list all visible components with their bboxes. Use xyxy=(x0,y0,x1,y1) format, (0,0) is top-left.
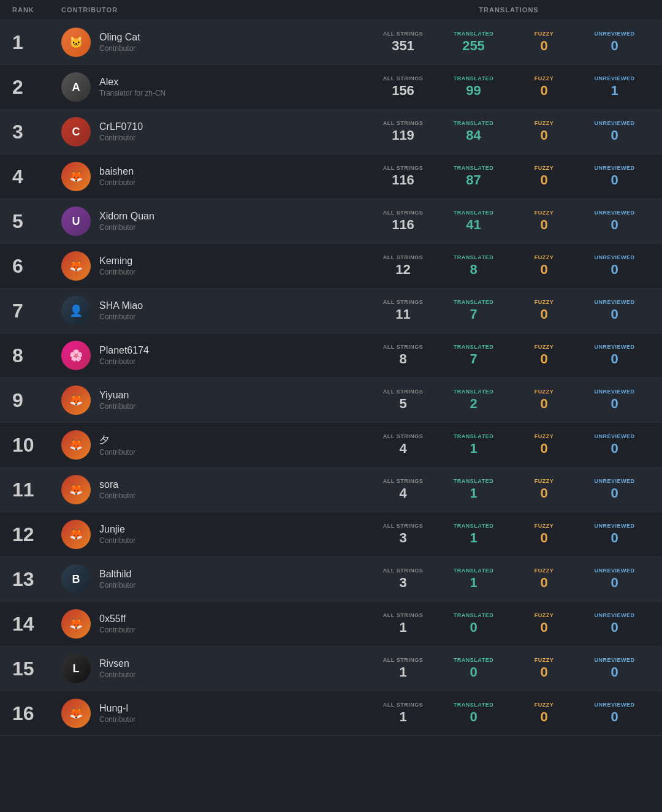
rank-number: 9 xyxy=(12,389,61,412)
contributor-name: sora xyxy=(99,479,368,490)
all-strings-stat: ALL STRINGS 1 xyxy=(376,657,431,680)
unreviewed-value: 0 xyxy=(587,709,642,725)
translated-label: TRANSLATED xyxy=(446,433,501,439)
fuzzy-stat: FUZZY 0 xyxy=(517,344,572,367)
fuzzy-label: FUZZY xyxy=(517,612,572,618)
unreviewed-stat: UNREVIEWED 0 xyxy=(587,210,642,233)
translated-value: 84 xyxy=(446,127,501,143)
all-strings-value: 116 xyxy=(376,217,431,233)
stats-block: ALL STRINGS 1 TRANSLATED 0 FUZZY 0 UNREV… xyxy=(368,657,650,680)
fuzzy-value: 0 xyxy=(517,83,572,99)
table-row[interactable]: 8 🌸 Planet6174 Contributor ALL STRINGS 8… xyxy=(0,333,662,378)
fuzzy-value: 0 xyxy=(517,38,572,54)
stats-block: ALL STRINGS 3 TRANSLATED 1 FUZZY 0 UNREV… xyxy=(368,567,650,591)
stats-block: ALL STRINGS 1 TRANSLATED 0 FUZZY 0 UNREV… xyxy=(368,612,650,636)
stats-block: ALL STRINGS 3 TRANSLATED 1 FUZZY 0 UNREV… xyxy=(368,523,650,546)
rank-number: 5 xyxy=(12,210,61,233)
unreviewed-label: UNREVIEWED xyxy=(587,210,642,216)
avatar: 🌸 xyxy=(61,341,91,370)
table-row[interactable]: 3 C CrLF0710 Contributor ALL STRINGS 119… xyxy=(0,110,662,154)
table-row[interactable]: 10 🦊 夕 Contributor ALL STRINGS 4 TRANSLA… xyxy=(0,423,662,468)
contributor-role: Contributor xyxy=(99,402,368,411)
fuzzy-stat: FUZZY 0 xyxy=(517,210,572,233)
contributor-info: Yiyuan Contributor xyxy=(99,390,368,411)
contributor-role: Contributor xyxy=(99,491,368,500)
contributor-name: 夕 xyxy=(99,434,368,447)
all-strings-value: 351 xyxy=(376,38,431,54)
fuzzy-stat: FUZZY 0 xyxy=(517,478,572,501)
unreviewed-value: 1 xyxy=(587,83,642,99)
all-strings-value: 3 xyxy=(376,575,431,591)
contributor-name: Rivsen xyxy=(99,658,368,669)
all-strings-value: 4 xyxy=(376,441,431,457)
table-row[interactable]: 6 🦊 Keming Contributor ALL STRINGS 12 TR… xyxy=(0,244,662,289)
all-strings-value: 5 xyxy=(376,396,431,412)
contributor-role: Contributor xyxy=(99,536,368,545)
contributor-role: Contributor xyxy=(99,313,368,321)
all-strings-value: 4 xyxy=(376,485,431,501)
table-row[interactable]: 5 U Xidorn Quan Contributor ALL STRINGS … xyxy=(0,199,662,244)
table-row[interactable]: 7 👤 SHA Miao Contributor ALL STRINGS 11 … xyxy=(0,289,662,333)
avatar: B xyxy=(61,564,91,594)
all-strings-stat: ALL STRINGS 5 xyxy=(376,389,431,412)
stats-block: ALL STRINGS 351 TRANSLATED 255 FUZZY 0 U… xyxy=(368,31,650,54)
all-strings-value: 119 xyxy=(376,127,431,143)
all-strings-label: ALL STRINGS xyxy=(376,165,431,171)
unreviewed-stat: UNREVIEWED 0 xyxy=(587,389,642,412)
unreviewed-label: UNREVIEWED xyxy=(587,299,642,305)
table-row[interactable]: 9 🦊 Yiyuan Contributor ALL STRINGS 5 TRA… xyxy=(0,378,662,423)
fuzzy-label: FUZZY xyxy=(517,254,572,260)
unreviewed-stat: UNREVIEWED 0 xyxy=(587,120,642,143)
unreviewed-value: 0 xyxy=(587,485,642,501)
table-row[interactable]: 12 🦊 Junjie Contributor ALL STRINGS 3 TR… xyxy=(0,512,662,557)
fuzzy-stat: FUZZY 0 xyxy=(517,433,572,457)
table-row[interactable]: 1 🐱 Oling Cat Contributor ALL STRINGS 35… xyxy=(0,20,662,65)
contributor-name: Yiyuan xyxy=(99,390,368,401)
unreviewed-label: UNREVIEWED xyxy=(587,254,642,260)
unreviewed-value: 0 xyxy=(587,351,642,367)
stats-block: ALL STRINGS 8 TRANSLATED 7 FUZZY 0 UNREV… xyxy=(368,344,650,367)
unreviewed-label: UNREVIEWED xyxy=(587,612,642,618)
translated-stat: TRANSLATED 41 xyxy=(446,210,501,233)
translated-value: 1 xyxy=(446,485,501,501)
contributor-role: Contributor xyxy=(99,178,368,187)
fuzzy-stat: FUZZY 0 xyxy=(517,254,572,278)
unreviewed-stat: UNREVIEWED 0 xyxy=(587,478,642,501)
unreviewed-label: UNREVIEWED xyxy=(587,120,642,126)
translated-label: TRANSLATED xyxy=(446,612,501,618)
unreviewed-value: 0 xyxy=(587,127,642,143)
fuzzy-value: 0 xyxy=(517,217,572,233)
table-row[interactable]: 14 🦊 0x55ff Contributor ALL STRINGS 1 TR… xyxy=(0,602,662,647)
avatar: 🦊 xyxy=(61,162,91,191)
fuzzy-stat: FUZZY 0 xyxy=(517,299,572,322)
all-strings-value: 1 xyxy=(376,664,431,680)
table-row[interactable]: 4 🦊 baishen Contributor ALL STRINGS 116 … xyxy=(0,154,662,199)
avatar: A xyxy=(61,72,91,102)
rank-number: 1 xyxy=(12,31,61,54)
translated-label: TRANSLATED xyxy=(446,31,501,37)
contributor-name: baishen xyxy=(99,166,368,177)
table-row[interactable]: 16 🦊 Hung-l Contributor ALL STRINGS 1 TR… xyxy=(0,691,662,736)
table-row[interactable]: 15 L Rivsen Contributor ALL STRINGS 1 TR… xyxy=(0,647,662,691)
all-strings-label: ALL STRINGS xyxy=(376,478,431,484)
fuzzy-stat: FUZZY 0 xyxy=(517,120,572,143)
table-row[interactable]: 13 B Balthild Contributor ALL STRINGS 3 … xyxy=(0,557,662,602)
translated-stat: TRANSLATED 87 xyxy=(446,165,501,188)
unreviewed-stat: UNREVIEWED 0 xyxy=(587,523,642,546)
fuzzy-label: FUZZY xyxy=(517,299,572,305)
avatar: 🦊 xyxy=(61,385,91,415)
translated-label: TRANSLATED xyxy=(446,478,501,484)
table-row[interactable]: 2 A Alex Translator for zh-CN ALL STRING… xyxy=(0,65,662,110)
all-strings-stat: ALL STRINGS 4 xyxy=(376,478,431,501)
rank-number: 6 xyxy=(12,255,61,278)
stats-block: ALL STRINGS 1 TRANSLATED 0 FUZZY 0 UNREV… xyxy=(368,702,650,725)
table-row[interactable]: 11 🦊 sora Contributor ALL STRINGS 4 TRAN… xyxy=(0,468,662,512)
all-strings-label: ALL STRINGS xyxy=(376,75,431,82)
contributor-role: Contributor xyxy=(99,357,368,366)
contributor-name: Balthild xyxy=(99,569,368,580)
translated-value: 1 xyxy=(446,575,501,591)
fuzzy-label: FUZZY xyxy=(517,344,572,350)
unreviewed-value: 0 xyxy=(587,172,642,188)
avatar: 🐱 xyxy=(61,28,91,57)
contributor-name: Xidorn Quan xyxy=(99,211,368,222)
